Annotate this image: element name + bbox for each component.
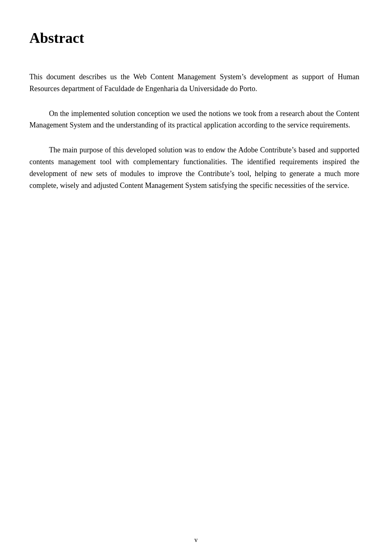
paragraph-1: This document describes us the Web Conte… <box>29 71 359 95</box>
page-title: Abstract <box>29 29 359 47</box>
paragraph-3: The main purpose of this developed solut… <box>29 144 359 191</box>
paragraph-2: On the implemented solution conception w… <box>29 108 359 132</box>
page-number: v <box>194 536 198 544</box>
page: Abstract This document describes us the … <box>0 0 392 560</box>
abstract-body: This document describes us the Web Conte… <box>29 71 359 191</box>
